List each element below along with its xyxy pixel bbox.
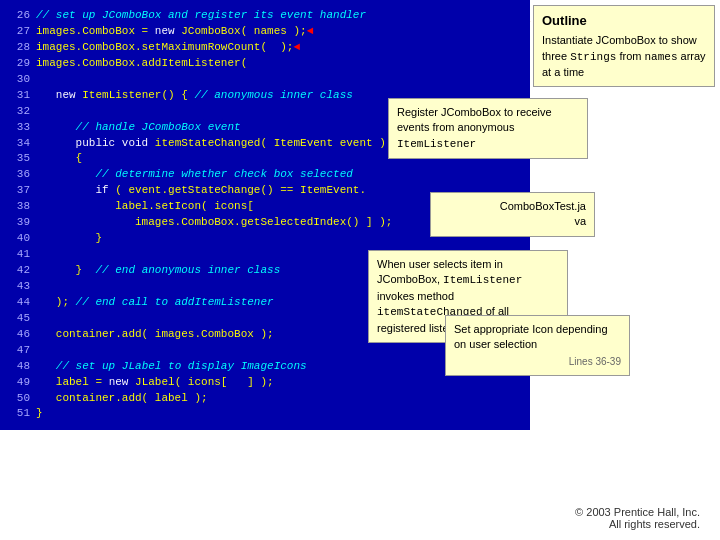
- footer: © 2003 Prentice Hall, Inc. All rights re…: [575, 506, 700, 530]
- code-line-51: 51 }: [10, 406, 520, 422]
- code-line-36: 36 // determine whether check box select…: [10, 167, 520, 183]
- tooltip-instantiate-combobox: Outline Instantiate JComboBox to show th…: [533, 5, 715, 87]
- tooltip3-body: ComboBoxTest.java: [439, 199, 586, 230]
- code-line-49: 49 label = new JLabel( icons[ ] );: [10, 375, 520, 391]
- tooltip-register-combobox: Register JComboBox to receive events fro…: [388, 98, 588, 159]
- tooltip5-body: Set appropriate Icon depending on user s…: [454, 322, 621, 353]
- code-line-28: 28 images.ComboBox.setMaximumRowCount( )…: [10, 40, 520, 56]
- code-line-48: 48 // set up JLabel to display ImageIcon…: [10, 359, 520, 375]
- tooltip2-body: Register JComboBox to receive events fro…: [397, 105, 579, 152]
- lines-label: Lines 36-39: [454, 355, 621, 369]
- code-line-26: 26 // set up JComboBox and register its …: [10, 8, 520, 24]
- code-line-47: 47: [10, 343, 520, 359]
- tooltip-comboboxtest: ComboBoxTest.java: [430, 192, 595, 237]
- tooltip1-body: Instantiate JComboBox to show three Stri…: [542, 33, 706, 80]
- tooltip-set-icon: Set appropriate Icon depending on user s…: [445, 315, 630, 376]
- code-line-30: 30: [10, 72, 520, 88]
- code-line-50: 50 container.add( label );: [10, 391, 520, 407]
- code-line-27: 27 images.ComboBox = new JComboBox( name…: [10, 24, 520, 40]
- rights-text: All rights reserved.: [575, 518, 700, 530]
- tooltip1-title: Outline: [542, 12, 706, 30]
- copyright-text: © 2003 Prentice Hall, Inc.: [575, 506, 700, 518]
- code-line-29: 29 images.ComboBox.addItemListener(: [10, 56, 520, 72]
